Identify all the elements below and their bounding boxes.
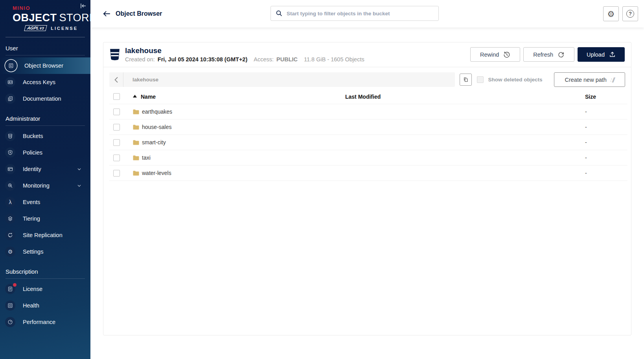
back-arrow-icon[interactable] bbox=[103, 11, 110, 17]
minio-logo: MINIO OBJECTSTORE AGPLV3 LICENSE bbox=[0, 0, 90, 31]
folder-icon bbox=[133, 109, 139, 114]
breadcrumb: lakehouse bbox=[109, 72, 455, 87]
object-browser-icon bbox=[5, 60, 17, 72]
chevron-down-icon[interactable] bbox=[77, 167, 82, 172]
upload-button[interactable]: Upload bbox=[578, 47, 625, 62]
page-title: Object Browser bbox=[116, 10, 162, 17]
row-checkbox[interactable] bbox=[113, 109, 120, 115]
search-input[interactable] bbox=[287, 11, 434, 17]
refresh-button[interactable]: Refresh bbox=[523, 47, 574, 62]
search-icon bbox=[276, 10, 283, 17]
select-all-checkbox[interactable] bbox=[113, 93, 120, 100]
sidebar-item-monitoring[interactable]: Monitoring bbox=[0, 177, 90, 194]
sidebar-item-object-browser[interactable]: Object Browser bbox=[0, 57, 90, 74]
policies-icon bbox=[5, 147, 15, 158]
current-path: lakehouse bbox=[123, 77, 158, 83]
bucket-header: lakehouse Created on: Fri, Jul 05 2024 1… bbox=[103, 42, 631, 67]
sidebar-item-policies[interactable]: Policies bbox=[0, 144, 90, 161]
sidebar-section-user: User bbox=[6, 37, 85, 55]
rewind-icon bbox=[503, 51, 510, 58]
column-header-size[interactable]: Size bbox=[558, 90, 627, 104]
sidebar-section-subscription: Subscription bbox=[6, 261, 85, 279]
health-icon bbox=[5, 300, 15, 311]
chevron-down-icon[interactable] bbox=[77, 183, 82, 188]
show-deleted-checkbox[interactable] bbox=[477, 76, 484, 83]
show-deleted-label: Show deleted objects bbox=[488, 77, 542, 83]
row-checkbox[interactable] bbox=[113, 124, 120, 131]
path-back-button[interactable] bbox=[109, 72, 123, 87]
new-path-icon: :∥ bbox=[610, 77, 615, 83]
sidebar-item-site-replication[interactable]: Site Replication bbox=[0, 227, 90, 243]
monitoring-icon bbox=[5, 180, 15, 191]
object-size: - bbox=[558, 139, 627, 145]
show-deleted-toggle[interactable]: Show deleted objects bbox=[477, 76, 542, 83]
help-button[interactable]: ? bbox=[622, 6, 638, 21]
table-row[interactable]: house-sales - bbox=[109, 120, 627, 135]
column-header-name[interactable]: Name bbox=[133, 90, 345, 104]
license-word: LICENSE bbox=[51, 26, 78, 31]
created-value: Fri, Jul 05 2024 10:35:08 (GMT+2) bbox=[158, 56, 247, 63]
bucket-meta: Created on: Fri, Jul 05 2024 10:35:08 (G… bbox=[125, 56, 364, 63]
upload-icon bbox=[609, 51, 616, 58]
folder-icon bbox=[133, 155, 139, 160]
rewind-button[interactable]: Rewind bbox=[470, 47, 520, 62]
object-last-modified bbox=[345, 135, 558, 150]
back-navigation[interactable]: Object Browser bbox=[103, 0, 162, 28]
settings-button[interactable]: ⚙ bbox=[603, 6, 619, 21]
object-last-modified bbox=[345, 104, 558, 120]
created-label: Created on: bbox=[125, 56, 155, 63]
access-value: PUBLIC bbox=[276, 56, 298, 63]
sidebar-item-license[interactable]: License bbox=[0, 281, 90, 297]
object-name: smart-city bbox=[142, 139, 166, 145]
settings-gear-icon: ⚙ bbox=[5, 247, 15, 257]
sidebar-item-buckets[interactable]: Buckets bbox=[0, 128, 90, 144]
gear-icon: ⚙ bbox=[607, 10, 615, 18]
row-checkbox[interactable] bbox=[113, 155, 120, 161]
sidebar-item-health[interactable]: Health bbox=[0, 297, 90, 314]
object-last-modified bbox=[345, 120, 558, 135]
sidebar-item-tiering[interactable]: Tiering bbox=[0, 210, 90, 227]
object-name: earthquakes bbox=[142, 109, 172, 115]
table-row[interactable]: smart-city - bbox=[109, 135, 627, 150]
table-row[interactable]: water-levels - bbox=[109, 166, 627, 181]
object-filter-search[interactable] bbox=[270, 6, 439, 21]
sidebar: MINIO OBJECTSTORE AGPLV3 LICENSE User Ob… bbox=[0, 0, 90, 359]
top-header: Object Browser ⚙ ? bbox=[90, 0, 644, 28]
sidebar-item-performance[interactable]: Performance bbox=[0, 314, 90, 330]
license-notification-dot bbox=[13, 283, 17, 287]
object-size: - bbox=[558, 170, 627, 176]
folder-icon bbox=[133, 170, 139, 176]
create-new-path-button[interactable]: Create new path :∥ bbox=[554, 72, 625, 87]
table-row[interactable]: earthquakes - bbox=[109, 104, 627, 120]
object-size: - bbox=[558, 109, 627, 115]
copy-path-button[interactable] bbox=[460, 74, 472, 86]
documentation-icon bbox=[5, 94, 15, 104]
bucket-icon bbox=[110, 48, 120, 61]
bucket-name: lakehouse bbox=[125, 46, 364, 55]
identity-icon bbox=[5, 164, 15, 174]
row-checkbox[interactable] bbox=[113, 170, 120, 177]
license-icon bbox=[5, 284, 15, 294]
row-checkbox[interactable] bbox=[113, 139, 120, 146]
sidebar-item-access-keys[interactable]: Access Keys bbox=[0, 74, 90, 90]
table-header-row: Name Last Modified Size bbox=[109, 90, 627, 104]
object-browser-panel: lakehouse Created on: Fri, Jul 05 2024 1… bbox=[103, 42, 631, 335]
object-size: - bbox=[558, 124, 627, 130]
copy-icon bbox=[463, 77, 469, 83]
table-row[interactable]: taxi - bbox=[109, 150, 627, 166]
folder-icon bbox=[133, 124, 139, 130]
sidebar-item-events[interactable]: λ Events bbox=[0, 194, 90, 210]
sidebar-item-settings[interactable]: ⚙ Settings bbox=[0, 243, 90, 260]
help-icon: ? bbox=[626, 10, 634, 18]
sidebar-collapse-icon[interactable] bbox=[80, 3, 86, 9]
object-last-modified bbox=[345, 166, 558, 181]
bucket-summary: 11.8 GiB - 1605 Objects bbox=[304, 56, 364, 63]
tiering-layers-icon bbox=[5, 214, 15, 224]
object-name: water-levels bbox=[142, 170, 171, 176]
browse-section: lakehouse Show deleted objects Create ne… bbox=[103, 67, 631, 181]
refresh-icon bbox=[558, 51, 565, 58]
sidebar-item-documentation[interactable]: Documentation bbox=[0, 90, 90, 107]
sort-ascending-icon[interactable] bbox=[133, 95, 137, 98]
column-header-last-modified[interactable]: Last Modified bbox=[345, 90, 558, 104]
sidebar-item-identity[interactable]: Identity bbox=[0, 161, 90, 177]
